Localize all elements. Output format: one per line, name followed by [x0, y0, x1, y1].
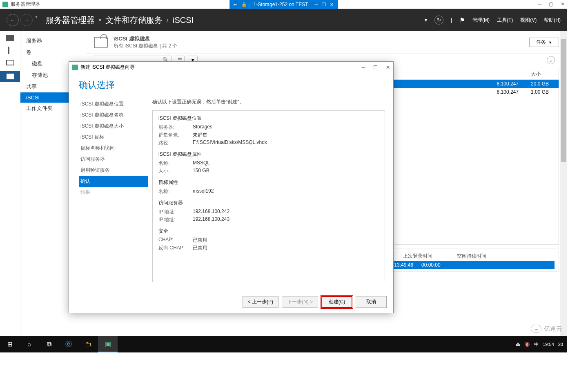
iscsi-disk-icon — [94, 37, 108, 48]
cancel-button[interactable]: 取消 — [356, 296, 387, 308]
nav-item-volumes[interactable]: 卷 — [20, 47, 86, 58]
nav-back-button[interactable]: ← — [7, 14, 19, 26]
ie-button[interactable]: ⓔ — [59, 336, 78, 352]
nav-forward-button[interactable]: → — [20, 14, 33, 26]
nav-item-servers[interactable]: 服务器 — [20, 35, 86, 47]
server-manager-header: ← → ▾ 服务器管理器 • 文件和存储服务 › iSCSI ▾ ↻ | ⚑ 管… — [0, 9, 567, 31]
wizard-steps: iSCSI 虚拟磁盘位置 iSCSI 虚拟磁盘名称 iSCSI 虚拟磁盘大小 i… — [79, 99, 148, 291]
new-iscsi-wizard-dialog: 新建 iSCSI 虚拟磁盘向导 ─ ☐ ✕ 确认选择 iSCSI 虚拟磁盘位置 … — [69, 61, 394, 313]
wizard-step[interactable]: 访问服务器 — [79, 154, 148, 165]
vm-minimize-button[interactable]: ─ — [315, 2, 318, 7]
vm-title: 1-Storage1-252 on TEST — [254, 2, 308, 7]
wizard-step-current[interactable]: 确认 — [79, 176, 148, 187]
lock-icon: 🔒 — [241, 2, 247, 7]
minimize-button[interactable]: ─ — [538, 1, 541, 7]
dashboard-icon[interactable] — [6, 35, 14, 41]
wizard-icon — [72, 65, 78, 70]
chevron-down-icon: ▼ — [548, 40, 552, 45]
wizard-step[interactable]: iSCSI 目标 — [79, 132, 148, 143]
wizard-step[interactable]: iSCSI 虚拟磁盘大小 — [79, 121, 148, 132]
server-manager-taskbar-button[interactable]: ▣ — [98, 336, 118, 352]
wizard-step[interactable]: 目标名称和访问 — [79, 143, 148, 154]
col-size[interactable]: 大小 — [531, 71, 555, 78]
breadcrumb-leaf: iSCSI — [173, 16, 194, 25]
panel-subtitle: 所有 iSCSI 虚拟磁盘 | 共 2 个 — [114, 43, 177, 49]
menu-help[interactable]: 帮助(H) — [544, 17, 561, 24]
wizard-close-button[interactable]: ✕ — [386, 65, 390, 70]
panel-title: iSCSI 虚拟磁盘 — [114, 35, 177, 43]
breadcrumb-root[interactable]: 服务器管理器 — [46, 15, 95, 26]
chevron-right-icon: • — [99, 16, 101, 24]
outer-window-title: 服务器管理器 — [11, 1, 40, 8]
menu-manage[interactable]: 管理(M) — [472, 17, 490, 24]
chevron-right-icon: › — [167, 16, 169, 24]
cloud-icon: ☁ — [531, 325, 541, 333]
notifications-icon[interactable]: ⚑ — [459, 16, 465, 24]
icon-rail — [0, 31, 20, 336]
tray-sound-icon[interactable]: 🔇 — [524, 342, 530, 347]
wizard-step[interactable]: 启用验证服务 — [79, 165, 148, 176]
wizard-window-title: 新建 iSCSI 虚拟磁盘向导 — [80, 64, 135, 71]
vertical-scrollbar[interactable] — [560, 31, 567, 336]
confirmation-box: iSCSI 虚拟磁盘位置 服务器:Storages 群集角色:未群集 路径:F:… — [152, 110, 385, 282]
close-button[interactable]: ✕ — [561, 1, 565, 7]
wizard-step[interactable]: iSCSI 虚拟磁盘名称 — [79, 110, 148, 121]
col-last-login: 上次登录时间 — [403, 253, 432, 260]
next-button: 下一步(N) > — [282, 296, 318, 308]
refresh-button[interactable]: ↻ — [434, 16, 443, 25]
tray-network-icon[interactable]: 🖧 — [516, 342, 520, 347]
all-servers-icon[interactable] — [6, 60, 14, 65]
maximize-button[interactable]: ▢ — [549, 1, 553, 7]
expand-button[interactable]: ⌄ — [547, 56, 555, 64]
search-button[interactable]: ⌕ — [20, 336, 39, 352]
task-view-button[interactable]: ⧉ — [39, 336, 59, 352]
vm-connection-bar: ⇤ 🔒 1-Storage1-252 on TEST ─ ❐ ✕ — [229, 0, 338, 9]
create-button[interactable]: 创建(C) — [321, 296, 352, 308]
local-server-icon[interactable] — [8, 47, 9, 54]
wizard-step[interactable]: iSCSI 虚拟磁盘位置 — [79, 99, 148, 110]
nav-dropdown[interactable]: ▾ — [35, 14, 38, 26]
server-manager-icon — [2, 2, 8, 7]
taskbar: ⊞ ⌕ ⧉ ⓔ 🗀 ▣ 🖧 🔇 中 19:54 20 — [0, 336, 567, 352]
col-idle-time: 空闲持续时间 — [457, 253, 486, 260]
pin-icon[interactable]: ⇤ — [234, 2, 237, 7]
wizard-step-disabled: 结果 — [79, 187, 148, 198]
tray-ime[interactable]: 中 — [534, 341, 539, 348]
wizard-maximize-button[interactable]: ☐ — [373, 65, 378, 70]
wizard-intro: 确认以下设置正确无误，然后单击"创建"。 — [152, 99, 385, 105]
wizard-title: 确认选择 — [69, 73, 393, 99]
menu-tools[interactable]: 工具(T) — [497, 17, 513, 24]
tasks-button[interactable]: 任务 ▼ — [529, 38, 559, 47]
header-divider: | — [451, 17, 452, 23]
vm-close-button[interactable]: ✕ — [330, 2, 334, 7]
menu-view[interactable]: 视图(V) — [520, 17, 537, 24]
wizard-minimize-button[interactable]: ─ — [361, 65, 365, 70]
breadcrumb: 服务器管理器 • 文件和存储服务 › iSCSI — [46, 15, 194, 26]
explorer-button[interactable]: 🗀 — [78, 336, 98, 352]
start-button[interactable]: ⊞ — [0, 336, 20, 352]
prev-button[interactable]: < 上一步(P) — [243, 296, 278, 308]
tray-clock[interactable]: 19:54 — [543, 342, 554, 347]
header-dropdown[interactable]: ▾ — [425, 17, 427, 23]
file-services-icon[interactable] — [0, 71, 20, 82]
breadcrumb-mid[interactable]: 文件和存储服务 — [105, 15, 163, 26]
watermark: ☁ 亿速云 — [531, 325, 562, 333]
tray-year: 20 — [558, 342, 563, 347]
vm-restore-button[interactable]: ❐ — [322, 2, 326, 7]
